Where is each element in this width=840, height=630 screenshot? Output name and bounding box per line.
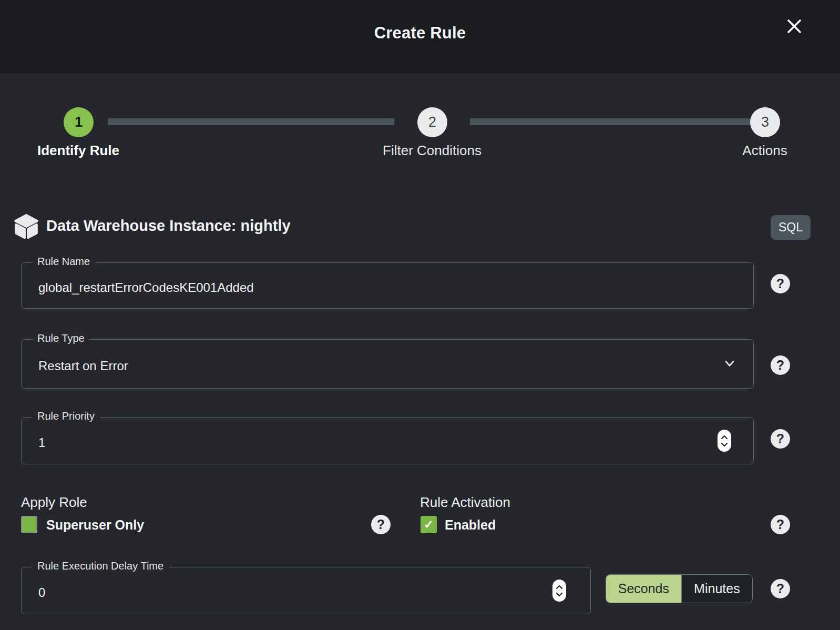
step-1-circle[interactable]: 1	[64, 107, 94, 137]
rule-name-help-icon[interactable]: ?	[771, 274, 790, 293]
apply-role-option-label: Superuser Only	[46, 517, 144, 533]
close-button[interactable]	[783, 15, 806, 38]
step-3-label: Actions	[742, 143, 787, 159]
unit-minutes-button[interactable]: Minutes	[681, 575, 752, 603]
delay-unit-toggle: Seconds Minutes	[606, 574, 753, 603]
stepper-down-icon	[720, 442, 729, 448]
instance-title: Data Warehouse Instance: nightly	[46, 217, 291, 235]
warehouse-cube-icon	[12, 212, 40, 241]
modal-title: Create Rule	[0, 0, 840, 66]
modal-header: Create Rule	[0, 0, 840, 74]
check-icon: ✓	[424, 519, 433, 531]
chevron-down-icon	[722, 355, 737, 373]
rule-type-select[interactable]: Rule Type Restart on Error	[21, 339, 754, 389]
delay-time-label: Rule Execution Delay Time	[32, 560, 169, 572]
rule-name-input[interactable]	[22, 267, 753, 308]
unit-seconds-button[interactable]: Seconds	[606, 575, 681, 603]
step-3-circle[interactable]: 3	[750, 107, 780, 137]
step-2-label: Filter Conditions	[383, 143, 482, 159]
delay-time-field: Rule Execution Delay Time	[21, 567, 591, 614]
create-rule-modal: Create Rule 1 Identify Rule 2 Filter Con…	[0, 0, 840, 630]
delay-time-stepper[interactable]	[552, 580, 566, 602]
stepper-down-icon	[555, 592, 564, 597]
stepper-up-icon	[720, 434, 729, 440]
stepper-up-icon	[555, 584, 564, 590]
rule-activation-checkbox[interactable]: ✓	[421, 516, 437, 533]
delay-time-input[interactable]	[22, 572, 590, 614]
rule-priority-help-icon[interactable]: ?	[771, 429, 790, 449]
apply-role-label: Apply Role	[21, 494, 87, 511]
apply-role-help-icon[interactable]: ?	[371, 515, 391, 534]
rule-name-field: Rule Name	[21, 262, 754, 309]
rule-name-label: Rule Name	[32, 256, 95, 268]
rule-type-label: Rule Type	[32, 332, 90, 344]
rule-priority-input[interactable]	[22, 422, 753, 464]
rule-activation-label: Rule Activation	[420, 494, 510, 511]
delay-time-help-icon[interactable]: ?	[771, 579, 790, 598]
close-icon	[784, 16, 805, 38]
rule-activation-option-label: Enabled	[445, 517, 496, 533]
rule-type-help-icon[interactable]: ?	[771, 355, 790, 375]
rule-priority-label: Rule Priority	[32, 410, 100, 422]
rule-priority-field: Rule Priority	[21, 417, 754, 464]
sql-button[interactable]: SQL	[771, 215, 811, 240]
apply-role-checkbox[interactable]	[21, 516, 37, 533]
step-1-label: Identify Rule	[37, 143, 119, 159]
step-2-circle[interactable]: 2	[417, 107, 447, 137]
rule-type-value: Restart on Error	[22, 344, 753, 388]
step-connector-1	[108, 118, 394, 125]
rule-activation-help-icon[interactable]: ?	[771, 515, 790, 534]
rule-priority-stepper[interactable]	[718, 430, 731, 452]
step-connector-2	[470, 118, 752, 125]
